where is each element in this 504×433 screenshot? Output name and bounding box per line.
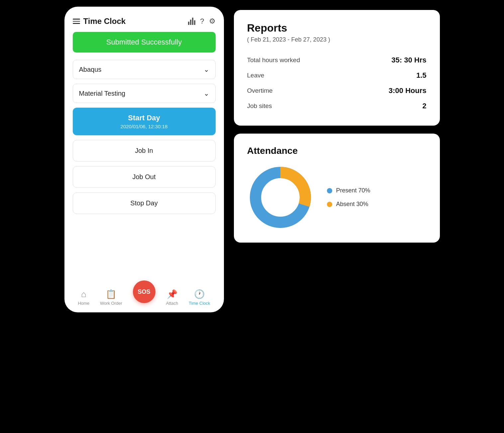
- nav-attach-label: Attach: [166, 301, 178, 306]
- attendance-panel: Attendance Present 70%: [234, 134, 440, 243]
- menu-icon[interactable]: [73, 19, 80, 24]
- success-banner: Submitted Successfully: [73, 32, 216, 53]
- bottom-nav: ⌂ Home 📋 Work Order 📌 Attach 🕐 Time Cloc…: [73, 289, 216, 306]
- job-in-button[interactable]: Job In: [73, 140, 216, 162]
- start-day-button[interactable]: Start Day 2020/01/06, 12:30:18: [73, 108, 216, 135]
- work-order-icon: 📋: [106, 289, 116, 299]
- project-dropdown-value: Abaqus: [79, 66, 102, 73]
- sos-button[interactable]: SOS: [133, 280, 155, 303]
- nav-time-clock-label: Time Clock: [189, 301, 210, 306]
- absent-dot: [327, 202, 332, 207]
- absent-label: Absent 30%: [336, 201, 368, 208]
- stat-label-overtime: Overtime: [247, 87, 273, 94]
- present-label: Present 70%: [336, 187, 370, 194]
- stat-row-overtime: Overtime 3:00 Hours: [247, 83, 427, 98]
- task-dropdown-value: Material Testing: [79, 90, 126, 97]
- bar-chart-icon[interactable]: [188, 18, 195, 25]
- stat-label-jobsites: Job sites: [247, 102, 272, 110]
- stat-row-leave: Leave 1.5: [247, 68, 427, 83]
- home-icon: ⌂: [81, 289, 86, 299]
- job-out-button[interactable]: Job Out: [73, 166, 216, 188]
- nav-work-order[interactable]: 📋 Work Order: [100, 289, 122, 306]
- reports-date-range: ( Feb 21, 2023 - Feb 27, 2023 ): [247, 36, 427, 43]
- stat-value-jobsites: 2: [422, 102, 426, 110]
- stat-label-hours: Total hours worked: [247, 56, 300, 64]
- donut-chart: [247, 164, 314, 231]
- start-day-label: Start Day: [79, 114, 210, 122]
- stat-value-hours: 35: 30 Hrs: [391, 56, 426, 64]
- nav-time-clock[interactable]: 🕐 Time Clock: [189, 289, 210, 306]
- sos-label: SOS: [138, 288, 150, 295]
- attendance-title: Attendance: [247, 146, 427, 156]
- stat-value-overtime: 3:00 Hours: [389, 86, 427, 95]
- donut-svg: [247, 164, 314, 231]
- nav-attach[interactable]: 📌 Attach: [166, 289, 178, 306]
- reports-title: Reports: [247, 22, 427, 34]
- header-left: Time Clock: [73, 17, 126, 26]
- attach-icon: 📌: [167, 289, 177, 299]
- stat-label-leave: Leave: [247, 72, 264, 79]
- legend-present: Present 70%: [327, 187, 370, 194]
- attendance-legend: Present 70% Absent 30%: [327, 187, 370, 208]
- legend-absent: Absent 30%: [327, 201, 370, 208]
- stat-value-leave: 1.5: [416, 71, 427, 80]
- start-day-datetime: 2020/01/06, 12:30:18: [79, 124, 210, 129]
- nav-home[interactable]: ⌂ Home: [78, 289, 89, 306]
- chevron-down-icon-2: ⌄: [204, 89, 209, 97]
- right-panels: Reports ( Feb 21, 2023 - Feb 27, 2023 ) …: [234, 7, 440, 243]
- present-dot: [327, 188, 332, 193]
- app-title: Time Clock: [83, 17, 126, 26]
- nav-home-label: Home: [78, 301, 89, 306]
- reports-panel: Reports ( Feb 21, 2023 - Feb 27, 2023 ) …: [234, 10, 440, 126]
- help-icon[interactable]: ?: [200, 17, 204, 26]
- attendance-content: Present 70% Absent 30%: [247, 164, 427, 231]
- phone-frame: Time Clock ? ⚙ Submitted Successfully Ab…: [64, 7, 224, 312]
- chevron-down-icon: ⌄: [204, 65, 209, 73]
- settings-icon[interactable]: ⚙: [209, 17, 216, 26]
- phone-header: Time Clock ? ⚙: [73, 17, 216, 26]
- stat-row-hours: Total hours worked 35: 30 Hrs: [247, 53, 427, 68]
- time-clock-icon: 🕐: [194, 289, 205, 299]
- nav-work-order-label: Work Order: [100, 301, 122, 306]
- stat-row-jobsites: Job sites 2: [247, 98, 427, 114]
- task-dropdown[interactable]: Material Testing ⌄: [73, 84, 216, 103]
- header-icons: ? ⚙: [188, 17, 215, 26]
- project-dropdown[interactable]: Abaqus ⌄: [73, 60, 216, 79]
- stop-day-button[interactable]: Stop Day: [73, 192, 216, 214]
